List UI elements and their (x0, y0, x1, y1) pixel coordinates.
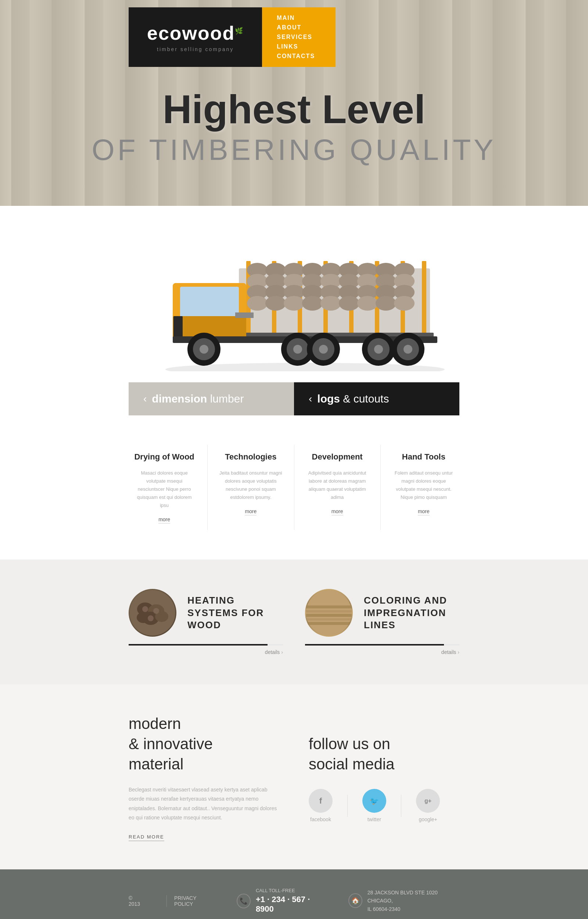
svg-point-44 (394, 296, 415, 311)
service-coloring: COLORING AND IMPREGNATION LINES details … (305, 589, 459, 655)
service-coloring-link[interactable]: details (441, 649, 456, 655)
address-icon: 🏠 (348, 893, 362, 908)
svg-point-40 (320, 296, 341, 311)
footer: © 2013 PRIVACY POLICY 📞 CALL TOLL-FREE +… (0, 869, 588, 919)
nav-services[interactable]: SERVICES (277, 34, 321, 40)
feature-tech-body: Jeita baditaut onsuntur magni dolores ao… (219, 469, 283, 501)
tab-logs-cutouts[interactable]: ‹ logs & cutouts (294, 382, 459, 415)
social-twitter[interactable]: 🐦 twitter (362, 789, 386, 822)
svg-rect-50 (235, 312, 254, 318)
social-facebook[interactable]: f facebook (309, 789, 333, 822)
googleplus-icon: g+ (416, 789, 440, 813)
phone-number: +1 · 234 · 567 · 8900 (256, 895, 326, 914)
nav-main[interactable]: MAIN (277, 15, 321, 21)
service-heating-arrow: › (281, 649, 283, 655)
twitter-label: twitter (367, 816, 381, 822)
address-text: 28 JACKSON BLVD STE 1020 CHICAGO, IL 606… (367, 888, 459, 913)
svg-point-63 (374, 345, 383, 354)
facebook-label: facebook (310, 816, 331, 822)
svg-point-38 (284, 296, 304, 311)
service-heating-title: HEATING SYSTEMS FOR WOOD (187, 594, 283, 632)
service-heating-bar (129, 644, 283, 646)
services-section: HEATING SYSTEMS FOR WOOD details › (0, 559, 588, 685)
nav-about[interactable]: ABOUT (277, 24, 321, 31)
feature-tech-title: Technologies (219, 452, 283, 462)
hero-content: ecowood🌿 timber selling company MAIN ABO… (0, 0, 588, 167)
hero-text: Highest Level OF TIMBERING QUALITY (92, 89, 496, 167)
service-heating-image (129, 589, 176, 637)
hero-title: Highest Level (92, 89, 496, 129)
service-coloring-image (305, 589, 353, 637)
modern-title: modern & innovative material (129, 714, 279, 774)
svg-rect-82 (306, 622, 352, 625)
svg-point-39 (302, 296, 323, 311)
logo-eco: eco (147, 23, 182, 44)
footer-phone: 📞 CALL TOLL-FREE +1 · 234 · 567 · 8900 (237, 888, 326, 914)
svg-rect-79 (306, 610, 352, 612)
service-coloring-details: details › (305, 649, 459, 655)
social-divider-1 (347, 795, 348, 817)
svg-rect-80 (306, 614, 352, 617)
feature-drying-title: Drying of Wood (132, 452, 196, 462)
modern-inner: modern & innovative material Beclegast n… (129, 714, 459, 840)
logo-box: ecowood🌿 timber selling company (129, 7, 262, 67)
service-heating-details: details › (129, 649, 283, 655)
svg-point-43 (376, 296, 396, 311)
footer-copyright: © 2013 (129, 895, 144, 907)
phone-icon: 📞 (237, 894, 250, 908)
call-label: CALL TOLL-FREE (256, 888, 326, 893)
service-heating: HEATING SYSTEMS FOR WOOD details › (129, 589, 283, 655)
features-section: Drying of Wood Masaci dolores eoque volu… (129, 445, 459, 530)
nav-links[interactable]: LINKS (277, 44, 321, 50)
tab-left-arrow: ‹ (143, 393, 147, 405)
product-tabs: ‹ dimension lumber ‹ logs & cutouts (129, 382, 459, 415)
svg-point-60 (319, 345, 328, 354)
footer-inner: © 2013 PRIVACY POLICY 📞 CALL TOLL-FREE +… (129, 888, 459, 914)
svg-point-42 (357, 296, 378, 311)
feature-dev-more[interactable]: more (331, 509, 343, 515)
feature-development: Development Adipivitsed quia aniciduntut… (302, 445, 373, 530)
read-more-link[interactable]: READ MORE (129, 834, 164, 841)
feature-drying-more[interactable]: more (158, 517, 170, 523)
social-googleplus[interactable]: g+ google+ (416, 789, 440, 822)
feature-tech-more[interactable]: more (245, 509, 257, 515)
service-heating-link[interactable]: details (265, 649, 279, 655)
svg-rect-47 (180, 287, 239, 320)
footer-privacy-link[interactable]: PRIVACY POLICY (166, 895, 215, 907)
phone-details: CALL TOLL-FREE +1 · 234 · 567 · 8900 (256, 888, 326, 914)
svg-rect-78 (306, 606, 352, 608)
svg-point-74 (142, 606, 148, 612)
logo-brand: ecowood🌿 (147, 22, 244, 44)
svg-rect-8 (422, 261, 426, 334)
tab-dimension-lumber[interactable]: ‹ dimension lumber (129, 382, 294, 415)
tab-right-arrow: ‹ (309, 393, 312, 405)
hero-section: ecowood🌿 timber selling company MAIN ABO… (0, 0, 588, 206)
modern-body: Beclegast nveriti vitaesaert vlasead ase… (129, 785, 279, 822)
facebook-icon: f (309, 789, 333, 813)
services-inner: HEATING SYSTEMS FOR WOOD details › (129, 589, 459, 655)
hero-subtitle: OF TIMBERING QUALITY (92, 133, 496, 167)
svg-point-75 (153, 608, 159, 614)
feature-tools-more[interactable]: more (418, 509, 430, 515)
feature-dev-body: Adipivitsed quia aniciduntut labore at d… (305, 469, 369, 501)
svg-point-36 (247, 296, 268, 311)
feature-tools: Hand Tools Folem aditaut onsequ untur ma… (388, 445, 459, 530)
modern-section: modern & innovative material Beclegast n… (0, 685, 588, 869)
divider-1 (207, 445, 208, 530)
truck-container (129, 228, 459, 375)
logo-wood: wood (182, 23, 235, 44)
svg-point-37 (265, 296, 286, 311)
service-coloring-bar (305, 644, 459, 646)
social-icons: f facebook 🐦 twitter g+ google+ (309, 789, 459, 822)
nav-contacts[interactable]: CONTACTS (277, 53, 321, 60)
svg-point-41 (339, 296, 359, 311)
service-heating-top: HEATING SYSTEMS FOR WOOD (129, 589, 283, 637)
feature-drying: Drying of Wood Masaci dolores eoque volu… (129, 445, 200, 530)
feature-tools-body: Folem aditaut onsequ untur magni dolores… (392, 469, 456, 501)
service-coloring-title: COLORING AND IMPREGNATION LINES (364, 594, 459, 632)
svg-point-76 (148, 615, 153, 621)
googleplus-label: google+ (418, 816, 437, 822)
footer-address: 🏠 28 JACKSON BLVD STE 1020 CHICAGO, IL 6… (348, 888, 459, 913)
service-coloring-arrow: › (457, 649, 459, 655)
nav-menu: MAIN ABOUT SERVICES LINKS CONTACTS (262, 7, 336, 67)
